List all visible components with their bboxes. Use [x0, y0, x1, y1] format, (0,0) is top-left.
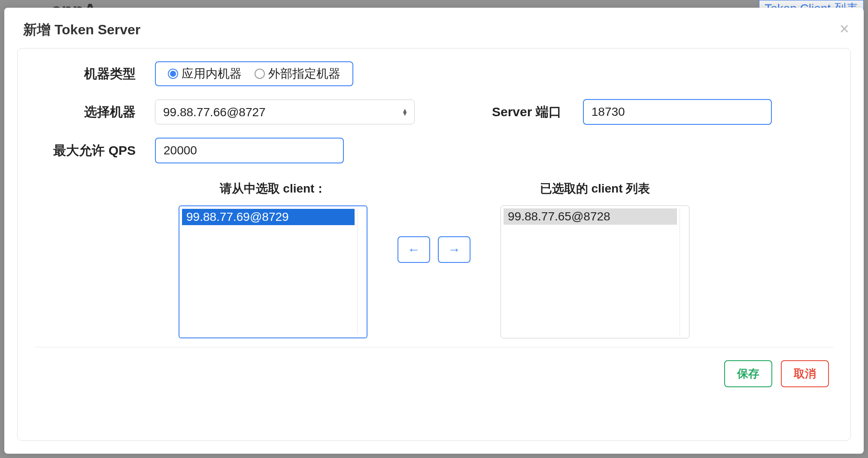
select-machine-label: 选择机器 [35, 103, 146, 121]
server-port-label: Server 端口 [492, 103, 561, 121]
save-button[interactable]: 保存 [724, 360, 772, 387]
select-machine-wrapper: 99.88.77.66@8727 ▲▼ [155, 99, 415, 124]
arrow-left-icon: ← [407, 242, 420, 257]
max-qps-input[interactable] [155, 138, 344, 163]
close-icon[interactable]: × [840, 21, 849, 37]
select-machine-row: 选择机器 99.88.77.66@8727 ▲▼ Server 端口 [35, 99, 833, 125]
machine-type-label: 机器类型 [35, 65, 146, 83]
radio-selected-icon [168, 69, 178, 79]
footer-divider [35, 347, 833, 347]
modal-footer: 保存 取消 [35, 360, 833, 387]
radio-unselected-icon [255, 69, 265, 79]
available-clients-title: 请从中选取 client： [220, 181, 327, 197]
list-item[interactable]: 99.88.77.69@8729 [182, 209, 355, 225]
scrollbar-track[interactable] [680, 208, 687, 335]
list-item[interactable]: 99.88.77.65@8728 [504, 208, 677, 225]
modal-overlay: 新增 Token Server × 机器类型 应用内机器 外部指定机器 [0, 0, 868, 458]
scrollbar-track[interactable] [357, 209, 365, 335]
radio-external-label: 外部指定机器 [268, 66, 340, 82]
radio-external-machine[interactable]: 外部指定机器 [255, 66, 340, 82]
modal-body: 机器类型 应用内机器 外部指定机器 选择机器 99.88.77.6 [17, 48, 851, 441]
modal-title: 新增 Token Server [23, 21, 845, 39]
radio-internal-label: 应用内机器 [182, 66, 242, 82]
max-qps-label: 最大允许 QPS [35, 142, 146, 160]
add-token-server-modal: 新增 Token Server × 机器类型 应用内机器 外部指定机器 [4, 8, 864, 454]
machine-type-radio-group: 应用内机器 外部指定机器 [155, 61, 353, 86]
radio-internal-machine[interactable]: 应用内机器 [168, 66, 242, 82]
cancel-button[interactable]: 取消 [781, 360, 829, 387]
machine-type-row: 机器类型 应用内机器 外部指定机器 [35, 61, 833, 86]
move-left-button[interactable]: ← [398, 236, 430, 263]
available-clients-listbox[interactable]: 99.88.77.69@8729 [179, 205, 367, 338]
select-machine-dropdown[interactable]: 99.88.77.66@8727 [155, 99, 415, 124]
client-transfer-section: 请从中选取 client： 99.88.77.69@8729 ← → [35, 181, 833, 338]
selected-clients-listbox[interactable]: 99.88.77.65@8728 [501, 205, 689, 338]
modal-header: 新增 Token Server × [4, 8, 864, 48]
transfer-buttons: ← → [398, 236, 470, 263]
selected-clients-column: 已选取的 client 列表 99.88.77.65@8728 [501, 181, 689, 338]
selected-clients-title: 已选取的 client 列表 [540, 181, 650, 197]
max-qps-row: 最大允许 QPS [35, 138, 833, 163]
server-port-input[interactable] [583, 99, 772, 125]
arrow-right-icon: → [448, 242, 461, 257]
move-right-button[interactable]: → [438, 236, 470, 263]
available-clients-column: 请从中选取 client： 99.88.77.69@8729 [179, 181, 367, 338]
